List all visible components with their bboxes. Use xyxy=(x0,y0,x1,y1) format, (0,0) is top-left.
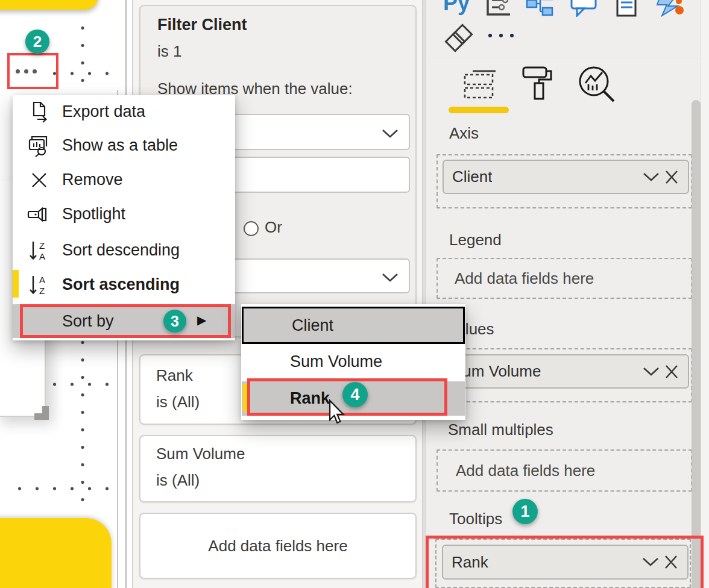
remove-field-icon[interactable] xyxy=(661,169,682,185)
decomposition-tree-icon[interactable] xyxy=(526,0,553,17)
sort-descending-icon: Z A xyxy=(26,238,52,262)
scrollbar-track[interactable] xyxy=(701,0,709,588)
svg-text:A: A xyxy=(39,251,45,261)
menu-item-show-as-table[interactable]: Show as a table xyxy=(13,128,235,163)
show-as-table-icon xyxy=(26,134,52,157)
annotation-box-step2 xyxy=(7,53,58,89)
canvas-grid-dots-row3 xyxy=(11,487,117,490)
field-pill-label: Sum Volume xyxy=(452,362,541,381)
tab-fields-icon[interactable] xyxy=(463,67,497,101)
visual-context-menu: Export data Show as a table Remove xyxy=(13,95,235,340)
ellipsis-dot xyxy=(510,34,514,37)
filter-card-sum-volume[interactable]: Sum Volume is (All) xyxy=(139,435,417,502)
filter-card-condition: is (All) xyxy=(156,393,200,411)
or-radio[interactable] xyxy=(244,221,259,236)
ellipsis-dot xyxy=(488,34,492,37)
canvas-grid-dots-row2 xyxy=(46,383,118,386)
svg-text:Z: Z xyxy=(39,240,45,251)
small-multiples-section-label: Small multiples xyxy=(448,421,553,439)
more-visuals-button[interactable] xyxy=(488,34,514,37)
filter-card-condition: is 1 xyxy=(157,42,181,61)
remove-field-icon[interactable] xyxy=(661,364,682,380)
submenu-item-client[interactable]: Client xyxy=(242,307,465,344)
visualizations-pane: Py xyxy=(426,0,709,588)
svg-text:A: A xyxy=(39,275,45,285)
annotation-box-step3 xyxy=(20,304,231,338)
powerbi-screen: Filter Client is 1 Show items when the v… xyxy=(0,0,709,588)
tab-analytics-icon[interactable] xyxy=(578,65,616,104)
filter-card-title: Sum Volume xyxy=(156,445,245,463)
chart-bar-top[interactable] xyxy=(0,0,98,10)
field-pill-client[interactable]: Client xyxy=(443,160,689,194)
gallery-separator xyxy=(426,58,709,59)
legend-placeholder: Add data fields here xyxy=(455,269,594,288)
chevron-down-icon xyxy=(381,128,399,139)
filter-card-title: Filter Client xyxy=(157,16,247,34)
spotlight-icon xyxy=(26,204,52,225)
step-badge-1: 1 xyxy=(512,499,538,524)
filter-card-title: Rank xyxy=(156,366,193,385)
step-badge-4: 4 xyxy=(342,382,368,407)
axis-section-label: Axis xyxy=(449,124,479,143)
qa-visual-icon[interactable] xyxy=(569,0,598,17)
ellipsis-dot xyxy=(499,34,503,37)
tab-format-icon[interactable] xyxy=(522,65,556,101)
chevron-down-icon xyxy=(381,272,399,283)
visual-resize-handle[interactable] xyxy=(34,406,49,420)
field-pill-label: Client xyxy=(452,167,492,186)
annotation-box-step1 xyxy=(426,536,704,588)
remove-icon xyxy=(26,169,52,191)
submenu-item-sum-volume[interactable]: Sum Volume xyxy=(242,344,465,379)
mouse-cursor xyxy=(326,399,346,425)
chevron-down-icon[interactable] xyxy=(641,171,661,183)
python-visual-icon[interactable]: Py xyxy=(443,0,470,16)
step-badge-2: 2 xyxy=(25,30,49,54)
axis-field-well[interactable]: Client xyxy=(436,154,692,208)
legend-field-well[interactable]: Add data fields here xyxy=(436,258,692,299)
small-multiples-field-well[interactable]: Add data fields here xyxy=(436,449,692,492)
export-data-icon xyxy=(26,101,52,124)
menu-item-spotlight[interactable]: Spotlight xyxy=(13,197,235,231)
arcgis-maps-icon[interactable] xyxy=(444,23,475,55)
values-field-well[interactable]: Sum Volume xyxy=(436,348,692,402)
scrollbar-thumb[interactable] xyxy=(692,100,701,588)
menu-item-sort-descending[interactable]: Z A Sort descending xyxy=(13,233,235,267)
step-badge-3: 3 xyxy=(163,310,186,333)
add-fields-placeholder: Add data fields here xyxy=(208,537,347,555)
pane-divider xyxy=(422,0,426,588)
chart-bar-bottom[interactable] xyxy=(0,518,112,588)
menu-item-sort-ascending[interactable]: A Z Sort ascending xyxy=(13,267,235,302)
small-multiples-placeholder: Add data fields here xyxy=(456,461,595,480)
chevron-down-icon[interactable] xyxy=(641,366,661,378)
menu-item-remove[interactable]: Remove xyxy=(13,163,235,197)
filter-card-condition: is (All) xyxy=(156,471,200,490)
field-pill-sum-volume[interactable]: Sum Volume xyxy=(443,354,689,389)
tooltips-section-label: Tooltips xyxy=(449,510,502,528)
menu-item-export-data[interactable]: Export data xyxy=(13,95,235,128)
sort-ascending-icon: A Z xyxy=(26,272,52,296)
or-radio-label: Or xyxy=(265,218,282,237)
svg-text:Z: Z xyxy=(39,286,45,296)
legend-section-label: Legend xyxy=(449,231,502,249)
filter-add-fields-well[interactable]: Add data fields here xyxy=(139,513,417,579)
parameter-visual-icon[interactable] xyxy=(485,0,512,17)
paginated-report-icon[interactable] xyxy=(614,0,639,17)
tab-fields-active-underline xyxy=(449,107,509,113)
active-sort-indicator xyxy=(13,270,19,298)
power-automate-icon[interactable] xyxy=(655,0,684,17)
